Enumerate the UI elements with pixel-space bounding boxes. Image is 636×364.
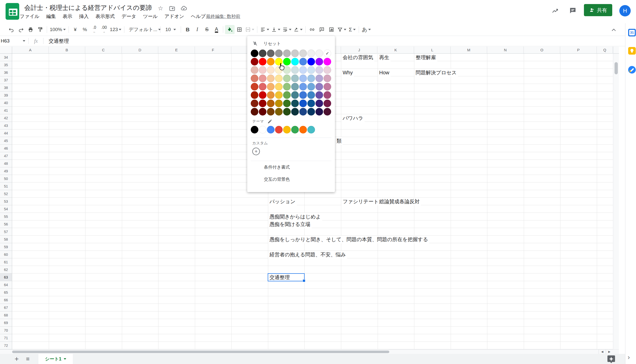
color-swatch-selected[interactable]: ✓ [324,50,331,57]
color-swatch[interactable] [259,75,266,82]
cell[interactable]: パワハラ [341,114,365,122]
row-header[interactable]: 59 [0,243,12,251]
font-family-select[interactable]: デフォルト... [126,25,158,34]
column-header[interactable]: C [85,47,122,54]
color-swatch[interactable] [307,91,315,99]
text-rotation-button[interactable] [292,25,304,34]
insert-link-button[interactable] [307,25,317,34]
row-header[interactable]: 50 [0,175,12,183]
increase-decimal-button[interactable]: .00→ [99,25,109,34]
bold-button[interactable]: B [183,25,192,34]
row-header[interactable]: 68 [0,311,12,319]
select-all-corner[interactable] [0,47,12,54]
hide-side-panel-button[interactable]: › [628,353,630,361]
row-header[interactable]: 58 [0,236,12,243]
color-swatch[interactable] [259,100,266,107]
color-swatch[interactable] [251,50,258,57]
menu-item[interactable]: ヘルプ [191,13,206,20]
theme-color-swatch[interactable] [251,126,258,133]
column-header[interactable]: Q [597,47,613,54]
color-swatch[interactable] [291,66,299,74]
cell[interactable]: 愚痴を聞ける立場 [268,220,311,228]
format-percent-button[interactable]: % [80,25,90,34]
color-swatch[interactable] [315,108,323,116]
color-swatch[interactable] [324,58,331,65]
color-swatch[interactable] [307,75,315,82]
theme-color-swatch[interactable] [291,126,299,133]
cell[interactable]: 愚痴聞きからはじめよ [268,213,322,220]
row-header[interactable]: 65 [0,289,12,296]
menu-item[interactable]: ファイル [20,13,39,20]
menu-item[interactable]: アドオン [165,13,184,20]
comment-history-icon[interactable] [569,7,577,15]
color-swatch[interactable] [259,108,266,116]
cell[interactable]: 整理解雇 [415,54,437,61]
color-swatch[interactable] [324,100,331,107]
cell[interactable]: 経営者の抱える問題、不安、悩み [268,251,347,258]
vertical-align-button[interactable] [270,25,281,34]
redo-button[interactable] [16,25,26,34]
color-swatch[interactable] [267,66,275,74]
row-header[interactable]: 39 [0,92,12,99]
conditional-formatting-item[interactable]: 条件付き書式 [251,161,331,173]
color-swatch[interactable] [251,58,258,65]
row-header[interactable]: 44 [0,129,12,137]
print-button[interactable] [26,25,35,34]
column-header[interactable]: B [49,47,85,54]
row-header[interactable]: 55 [0,213,12,220]
share-button[interactable]: 共有 [584,4,612,16]
theme-color-swatch[interactable] [307,126,315,133]
horizontal-scrollbar[interactable]: ◀ ▶ [0,349,619,354]
horizontal-scrollbar-thumb[interactable] [12,351,389,353]
reset-color-item[interactable]: リセット [251,39,331,48]
color-swatch[interactable] [275,108,283,116]
cell[interactable]: How [378,69,391,76]
color-swatch[interactable] [299,108,307,116]
color-swatch[interactable] [259,50,266,57]
menu-item[interactable]: ツール [143,13,158,20]
row-header[interactable]: 57 [0,228,12,236]
fill-handle[interactable] [303,279,305,282]
row-header[interactable]: 52 [0,190,12,198]
color-swatch[interactable] [299,58,307,65]
color-swatch[interactable] [251,108,258,116]
color-swatch[interactable] [267,83,275,90]
color-swatch[interactable] [307,50,315,57]
color-swatch[interactable] [324,83,331,90]
color-swatch[interactable] [315,83,323,90]
explore-button[interactable] [606,354,616,364]
row-header[interactable]: 46 [0,145,12,152]
color-swatch[interactable] [291,100,299,107]
font-size-select[interactable]: 10 [162,25,179,34]
theme-color-swatch[interactable] [299,126,307,133]
column-header[interactable]: E [158,47,195,54]
color-swatch[interactable] [259,58,266,65]
row-header[interactable]: 40 [0,99,12,107]
vertical-scrollbar[interactable] [613,47,619,349]
color-swatch[interactable] [259,66,266,74]
theme-color-swatch[interactable] [275,126,283,133]
text-color-button[interactable]: A [212,25,221,34]
color-swatch[interactable] [251,83,258,90]
color-swatch[interactable] [291,58,299,65]
fill-color-button[interactable] [225,25,235,34]
filter-button[interactable] [336,25,347,34]
color-swatch[interactable] [324,91,331,99]
color-swatch[interactable] [275,100,283,107]
strikethrough-button[interactable]: S [202,25,212,34]
row-header[interactable]: 53 [0,198,12,205]
document-title[interactable]: 会計士・税理士による経営アドバイスの要諦 [24,4,152,12]
color-swatch[interactable] [275,75,283,82]
merge-cells-button[interactable] [244,25,255,34]
insights-icon[interactable] [552,7,559,14]
color-swatch[interactable] [267,58,275,65]
tasks-icon[interactable] [628,66,636,74]
color-swatch[interactable] [307,58,315,65]
color-swatch[interactable] [283,91,291,99]
more-formats-button[interactable]: 123 [109,25,123,34]
color-swatch[interactable] [267,50,275,57]
formula-input[interactable]: 交通整理 [43,38,69,44]
color-swatch[interactable] [315,100,323,107]
color-swatch[interactable] [324,66,331,74]
move-to-folder-icon[interactable] [169,5,175,12]
